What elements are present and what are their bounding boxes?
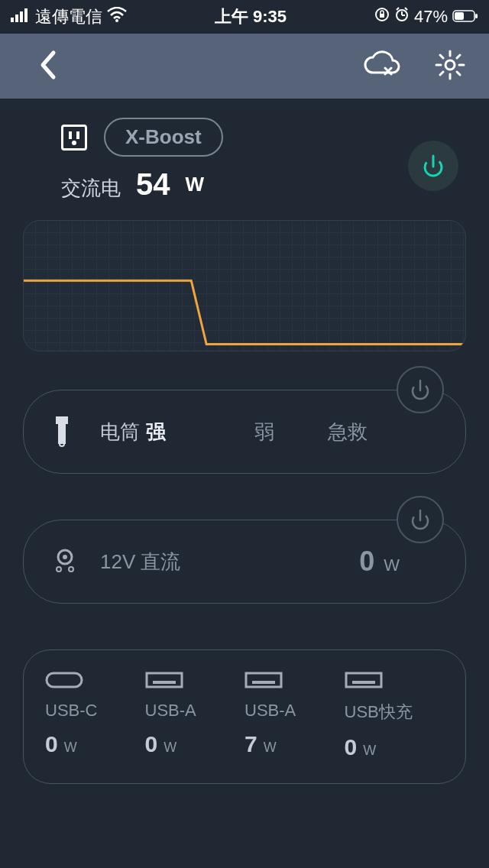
flashlight-icon [51, 416, 73, 447]
cloud-sync-icon[interactable] [362, 50, 402, 83]
svg-rect-33 [252, 681, 275, 684]
svg-rect-13 [455, 12, 464, 20]
lock-rotation-icon [374, 7, 390, 27]
svg-rect-6 [380, 14, 384, 18]
status-bar: 遠傳電信 上午 9:35 47% [0, 0, 489, 34]
xboost-pill[interactable]: X-Boost [104, 118, 223, 157]
usb-section: USB-C0WUSB-A0WUSB-A7WUSB快充0W [23, 649, 466, 784]
ac-power-toggle[interactable] [408, 141, 458, 191]
dc-label: 12V 直流 [100, 549, 181, 575]
usb-c-icon [45, 670, 83, 690]
svg-rect-0 [11, 18, 14, 22]
dc-value: 0 [359, 546, 374, 578]
ac-output-header: X-Boost 交流电 54 W [23, 118, 466, 202]
status-left: 遠傳電信 [11, 5, 127, 28]
flashlight-mode-sos[interactable]: 急救 [328, 419, 368, 445]
svg-point-15 [445, 60, 455, 70]
flashlight-section: 电筒 强 弱 急救 [23, 390, 466, 474]
ac-label: 交流电 [61, 175, 121, 202]
svg-rect-34 [346, 673, 381, 687]
outlet-icon [61, 125, 87, 151]
svg-line-10 [397, 8, 399, 10]
flashlight-power-toggle[interactable] [397, 366, 444, 413]
status-right: 47% [374, 7, 478, 27]
svg-rect-20 [56, 416, 68, 424]
dc-power-toggle[interactable] [397, 496, 444, 543]
usb-port-value: 0 [345, 734, 358, 760]
svg-point-28 [69, 567, 73, 572]
svg-rect-31 [153, 681, 176, 684]
usb-port-name: USB-C [45, 701, 97, 721]
dc-section: 12V 直流 0 W [23, 520, 466, 604]
wifi-icon [107, 7, 127, 27]
battery-percent: 47% [414, 7, 448, 27]
flashlight-label: 电筒 [100, 419, 140, 445]
usb-port-unit: W [363, 743, 376, 759]
svg-rect-2 [20, 11, 23, 22]
svg-rect-3 [24, 8, 28, 22]
usb-a-icon [244, 670, 283, 690]
svg-rect-35 [352, 681, 375, 684]
usb-port-value: 7 [244, 731, 257, 757]
dc-unit: W [384, 555, 400, 575]
svg-rect-1 [15, 15, 18, 22]
usb-port-unit: W [164, 740, 176, 756]
svg-rect-29 [47, 673, 82, 687]
svg-point-26 [63, 555, 67, 559]
ac-unit: W [186, 173, 205, 196]
carrier-label: 遠傳電信 [35, 5, 102, 28]
usb-port-value: 0 [145, 731, 158, 757]
usb-a-icon [145, 670, 183, 690]
usb-port-name: USB快充 [345, 701, 413, 724]
usb-port: USB快充0W [345, 670, 445, 760]
usb-port-name: USB-A [145, 701, 196, 721]
usb-port-unit: W [264, 740, 277, 756]
usb-port-value: 0 [45, 731, 58, 757]
usb-port: USB-A7W [244, 670, 345, 760]
svg-rect-30 [147, 673, 182, 687]
car-socket-icon [51, 546, 79, 577]
battery-icon [452, 7, 478, 27]
usb-port-unit: W [64, 740, 77, 756]
svg-point-4 [115, 19, 118, 22]
svg-line-11 [405, 8, 407, 10]
settings-icon[interactable] [434, 49, 466, 84]
back-button[interactable] [38, 50, 58, 83]
svg-rect-14 [475, 14, 478, 18]
flashlight-mode-strong[interactable]: 强 [146, 419, 166, 445]
nav-bar [0, 34, 489, 99]
ac-value: 54 [136, 167, 170, 202]
usb-a-icon [345, 670, 383, 690]
usb-port-name: USB-A [244, 701, 296, 721]
flashlight-mode-weak[interactable]: 弱 [254, 419, 274, 445]
clock: 上午 9:35 [215, 5, 287, 28]
signal-icon [11, 7, 31, 27]
alarm-icon [394, 7, 410, 27]
svg-point-27 [57, 567, 61, 572]
power-graph-line [24, 221, 465, 351]
svg-rect-32 [246, 673, 281, 687]
usb-port: USB-C0W [45, 670, 145, 760]
usb-port: USB-A0W [145, 670, 245, 760]
power-graph [23, 220, 466, 351]
